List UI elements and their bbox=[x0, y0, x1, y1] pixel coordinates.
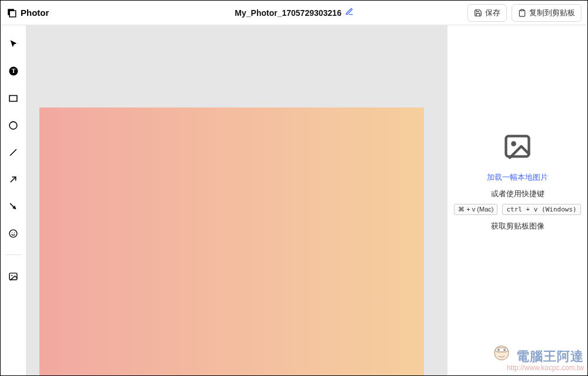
or-use-shortcut-text: 或者使用快捷键 bbox=[491, 189, 544, 199]
svg-point-11 bbox=[9, 230, 17, 237]
header-bar: Photor My_Photor_1705729303216 保存 bbox=[1, 1, 587, 25]
svg-point-17 bbox=[511, 141, 516, 146]
svg-point-20 bbox=[497, 349, 500, 351]
line-tool[interactable] bbox=[6, 145, 21, 159]
kbd-windows: ctrl + v (Windows) bbox=[502, 204, 580, 215]
arrow-up-right-tool[interactable] bbox=[6, 172, 21, 186]
svg-point-18 bbox=[495, 346, 509, 360]
emoji-tool[interactable] bbox=[6, 226, 21, 240]
save-button-label: 保存 bbox=[485, 8, 500, 18]
load-local-image-link[interactable]: 加载一幅本地图片 bbox=[487, 172, 548, 183]
watermark: 電腦王阿達 http://www.kocpc.com.tw bbox=[492, 342, 584, 372]
canvas-area[interactable] bbox=[26, 25, 447, 375]
select-tool[interactable] bbox=[6, 37, 21, 51]
text-tool[interactable]: T bbox=[6, 64, 21, 78]
body: T bbox=[1, 25, 587, 375]
clipboard-icon bbox=[518, 9, 526, 17]
edit-title-icon[interactable] bbox=[345, 8, 353, 18]
watermark-url: http://www.kocpc.com.tw bbox=[492, 364, 584, 372]
copy-clipboard-button[interactable]: 复制到剪贴板 bbox=[512, 4, 582, 22]
svg-point-15 bbox=[11, 275, 12, 276]
watermark-mascot-icon bbox=[492, 342, 512, 364]
kbd-mac: ⌘ + v (Mac) bbox=[454, 204, 497, 215]
copy-button-label: 复制到剪贴板 bbox=[529, 8, 575, 18]
circle-tool[interactable] bbox=[6, 118, 21, 132]
header-actions: 保存 复制到剪贴板 bbox=[467, 4, 582, 22]
side-panel: 加载一幅本地图片 或者使用快捷键 ⌘ + v (Mac) ctrl + v (W… bbox=[447, 25, 587, 375]
svg-line-8 bbox=[11, 177, 16, 182]
arrow-down-right-tool[interactable] bbox=[6, 199, 21, 213]
svg-point-13 bbox=[14, 232, 15, 233]
brand-logo-icon bbox=[6, 8, 17, 18]
svg-rect-19 bbox=[495, 348, 507, 352]
app-window: Photor My_Photor_1705729303216 保存 bbox=[0, 0, 588, 376]
watermark-title: 電腦王阿達 bbox=[516, 350, 584, 364]
document-title: My_Photor_1705729303216 bbox=[235, 8, 341, 18]
svg-rect-16 bbox=[506, 136, 529, 157]
get-clipboard-image-text: 获取剪贴板图像 bbox=[491, 221, 544, 231]
brand: Photor bbox=[6, 8, 49, 18]
image-placeholder-icon bbox=[502, 131, 533, 164]
brand-name: Photor bbox=[21, 8, 49, 18]
svg-line-7 bbox=[11, 149, 16, 155]
svg-rect-5 bbox=[9, 95, 17, 101]
svg-rect-1 bbox=[9, 11, 16, 17]
svg-rect-2 bbox=[521, 9, 524, 11]
svg-point-6 bbox=[9, 122, 17, 129]
save-button[interactable]: 保存 bbox=[467, 4, 507, 22]
rectangle-tool[interactable] bbox=[6, 91, 21, 105]
save-icon bbox=[474, 9, 482, 17]
tool-toolbar: T bbox=[1, 25, 26, 375]
svg-text:T: T bbox=[11, 68, 15, 74]
canvas-background-preview bbox=[39, 108, 424, 375]
shortcut-row: ⌘ + v (Mac) ctrl + v (Windows) bbox=[454, 204, 580, 215]
svg-point-21 bbox=[503, 349, 506, 351]
image-tool[interactable] bbox=[6, 269, 21, 283]
svg-point-12 bbox=[12, 232, 12, 233]
toolbar-separator bbox=[5, 254, 22, 255]
